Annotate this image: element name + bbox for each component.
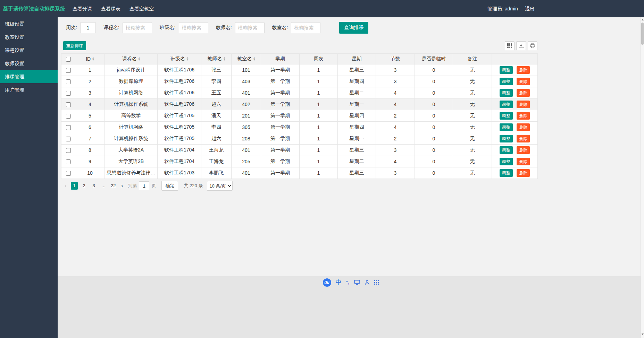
page-number[interactable]: 2 xyxy=(81,182,87,190)
row-checkbox[interactable] xyxy=(66,171,71,176)
sidebar-item[interactable]: 教室设置 xyxy=(0,31,58,44)
room-filter-label: 教室名: xyxy=(272,25,288,31)
sort-desc-icon[interactable]: ▾ xyxy=(92,59,94,61)
delete-button[interactable]: 删除 xyxy=(517,78,530,85)
sort-desc-icon[interactable]: ▾ xyxy=(139,59,140,61)
chinese-mode-icon[interactable]: 中 xyxy=(336,278,342,286)
table-toolbar: 重新排课 xyxy=(63,41,537,51)
filter-columns-icon[interactable] xyxy=(505,41,515,50)
adjust-button[interactable]: 调整 xyxy=(500,78,513,85)
cell-temp: 0 xyxy=(415,110,453,122)
adjust-button[interactable]: 调整 xyxy=(500,66,513,74)
delete-button[interactable]: 删除 xyxy=(517,123,530,131)
page-number[interactable]: 22 xyxy=(110,182,117,190)
cell-id: 8 xyxy=(75,145,105,156)
adjust-button[interactable]: 调整 xyxy=(500,169,513,177)
page-size-select[interactable]: 10 条/页 xyxy=(207,181,233,191)
column-header[interactable]: 节数 xyxy=(376,54,415,64)
sort-icon[interactable]: ▴▾ xyxy=(187,57,189,61)
row-checkbox[interactable] xyxy=(66,148,71,153)
delete-button[interactable]: 删除 xyxy=(517,89,530,97)
sort-icon[interactable]: ▴▾ xyxy=(92,57,94,61)
sidebar-item[interactable]: 教师设置 xyxy=(0,57,58,70)
sidebar-item[interactable]: 班级设置 xyxy=(0,17,58,31)
row-checkbox[interactable] xyxy=(66,102,71,107)
query-schedule-button[interactable]: 查询排课 xyxy=(339,22,368,34)
column-header[interactable]: 班级名 ▴▾ xyxy=(158,54,201,64)
column-header[interactable]: 星期 xyxy=(338,54,376,64)
scroll-up-icon[interactable] xyxy=(642,19,644,20)
column-header[interactable]: 周次 xyxy=(300,54,338,64)
baidu-logo-icon[interactable]: du xyxy=(323,278,331,287)
user-icon[interactable] xyxy=(365,280,370,285)
scroll-down-icon[interactable] xyxy=(642,333,644,335)
virtual-keyboard-icon[interactable] xyxy=(354,280,360,285)
teacher-filter-input[interactable] xyxy=(235,22,265,33)
top-nav-item[interactable]: 查看课表 xyxy=(97,0,125,17)
adjust-button[interactable]: 调整 xyxy=(500,146,513,154)
sort-icon[interactable]: ▴▾ xyxy=(253,57,255,61)
sort-icon[interactable]: ▴▾ xyxy=(224,57,225,61)
column-header[interactable]: ID ▴▾ xyxy=(75,54,105,64)
row-checkbox[interactable] xyxy=(66,125,71,130)
vertical-scrollbar[interactable] xyxy=(641,17,644,338)
table-header-row: ID ▴▾ 课程名 ▴▾ xyxy=(61,54,538,64)
column-header[interactable]: 学期 xyxy=(261,54,300,64)
sidebar-item[interactable]: 课程设置 xyxy=(0,44,58,57)
reschedule-button[interactable]: 重新排课 xyxy=(63,41,86,50)
logout-link[interactable]: 退出 xyxy=(525,0,535,17)
adjust-button[interactable]: 调整 xyxy=(500,101,513,108)
print-icon[interactable] xyxy=(528,41,537,50)
goto-page-input[interactable] xyxy=(139,181,149,190)
row-checkbox[interactable] xyxy=(66,79,71,84)
adjust-button[interactable]: 调整 xyxy=(500,135,513,142)
sort-icon[interactable]: ▴▾ xyxy=(139,57,140,61)
week-filter-input[interactable] xyxy=(80,22,96,33)
row-checkbox[interactable] xyxy=(66,68,71,73)
adjust-button[interactable]: 调整 xyxy=(500,123,513,131)
prev-page-icon[interactable]: ‹ xyxy=(63,182,68,190)
table-row: 6 计算机网络 软件工程1705 李四 305 第一学期 1 星期四 4 0 无… xyxy=(61,122,538,133)
row-checkbox[interactable] xyxy=(66,91,71,96)
column-header[interactable]: 课程名 ▴▾ xyxy=(105,54,158,64)
apps-grid-icon[interactable] xyxy=(374,280,379,285)
row-checkbox[interactable] xyxy=(66,114,71,119)
goto-confirm-button[interactable]: 确定 xyxy=(161,181,178,191)
adjust-button[interactable]: 调整 xyxy=(500,112,513,120)
punctuation-icon[interactable]: °, xyxy=(346,280,350,285)
column-header[interactable]: 教室名 ▴▾ xyxy=(232,54,261,64)
scrollbar-thumb[interactable] xyxy=(641,23,644,45)
column-header[interactable]: 是否是临时 xyxy=(415,54,453,64)
row-select-cell xyxy=(61,133,75,145)
page-number[interactable]: 1 xyxy=(71,182,78,190)
page-number[interactable]: 3 xyxy=(90,182,97,190)
delete-button[interactable]: 删除 xyxy=(517,158,530,165)
delete-button[interactable]: 删除 xyxy=(517,66,530,74)
sidebar-item[interactable]: 用户管理 xyxy=(0,83,58,96)
row-checkbox[interactable] xyxy=(66,137,71,141)
sort-desc-icon[interactable]: ▾ xyxy=(224,59,225,61)
next-page-icon[interactable]: › xyxy=(119,182,125,190)
delete-button[interactable]: 删除 xyxy=(517,135,530,142)
column-header[interactable]: 备注 xyxy=(453,54,492,64)
class-filter-input[interactable] xyxy=(179,22,208,33)
cell-term: 第一学期 xyxy=(261,76,300,87)
export-icon[interactable] xyxy=(516,41,526,50)
delete-button[interactable]: 删除 xyxy=(517,169,530,177)
page-number[interactable]: … xyxy=(100,182,107,190)
top-nav-item[interactable]: 查看空教室 xyxy=(125,0,158,17)
top-nav-item[interactable]: 查看分课 xyxy=(68,0,97,17)
column-header[interactable]: 教师名 ▴▾ xyxy=(201,54,232,64)
sidebar-item[interactable]: 排课管理 xyxy=(0,70,58,83)
course-filter-input[interactable] xyxy=(123,22,152,33)
delete-button[interactable]: 删除 xyxy=(517,112,530,120)
row-checkbox[interactable] xyxy=(66,159,71,164)
sort-desc-icon[interactable]: ▾ xyxy=(253,59,255,61)
delete-button[interactable]: 删除 xyxy=(517,101,530,108)
adjust-button[interactable]: 调整 xyxy=(500,158,513,165)
sort-desc-icon[interactable]: ▾ xyxy=(187,59,189,61)
room-filter-input[interactable] xyxy=(291,22,320,33)
select-all-checkbox[interactable] xyxy=(66,57,71,62)
delete-button[interactable]: 删除 xyxy=(517,146,530,154)
adjust-button[interactable]: 调整 xyxy=(500,89,513,97)
